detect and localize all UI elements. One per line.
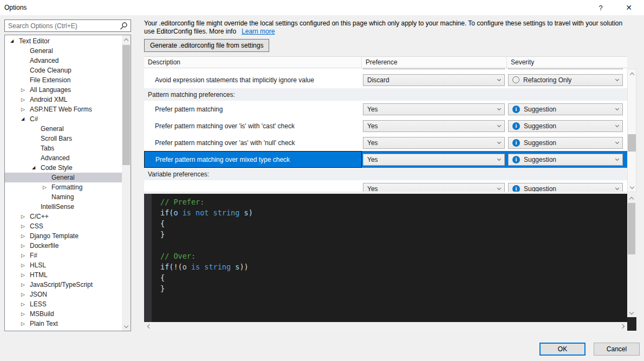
- generate-editorconfig-button[interactable]: Generate .editorconfig file from setting…: [144, 39, 269, 52]
- learn-more-link[interactable]: Learn more: [242, 28, 275, 35]
- sidebar-item-naming[interactable]: Naming: [5, 192, 122, 202]
- preference-dropdown[interactable]: [363, 68, 505, 69]
- severity-dropdown[interactable]: iSuggestion: [508, 103, 623, 115]
- dropdown-value: Yes: [367, 156, 498, 163]
- preference-dropdown[interactable]: Yes: [363, 120, 505, 132]
- preference-dropdown[interactable]: Yes: [363, 103, 505, 115]
- sidebar-item-general[interactable]: General: [5, 173, 122, 182]
- tree-scrollbar[interactable]: [122, 35, 131, 331]
- table-row-prefer-pattern-matching-over-as-with-null-check[interactable]: Prefer pattern matching over 'as' with '…: [144, 134, 627, 151]
- collapsed-arrow-icon[interactable]: ▷: [21, 270, 30, 280]
- code-vertical-scrollbar[interactable]: [627, 194, 636, 317]
- sidebar-item-css[interactable]: ▷CSS: [5, 221, 122, 231]
- collapsed-arrow-icon[interactable]: ▷: [21, 221, 30, 231]
- scroll-up-icon[interactable]: [628, 69, 636, 78]
- search-input[interactable]: [5, 20, 118, 31]
- preference-dropdown[interactable]: [508, 68, 623, 69]
- collapsed-arrow-icon[interactable]: ▷: [21, 280, 30, 290]
- severity-dropdown[interactable]: iSuggestion: [508, 154, 623, 166]
- collapsed-arrow-icon[interactable]: ▷: [21, 290, 30, 299]
- table-scrollbar[interactable]: [627, 69, 636, 192]
- sidebar-item-dockerfile[interactable]: ▷Dockerfile: [5, 241, 122, 251]
- scroll-up-icon[interactable]: [122, 35, 131, 44]
- table-row-prefer-pattern-matching[interactable]: Prefer pattern matchingYesiSuggestion: [144, 101, 627, 117]
- setting-description: [144, 180, 362, 192]
- severity-dropdown[interactable]: iSuggestion: [508, 137, 623, 149]
- table-row-prefer-pattern-matching-over-mixed-type-check[interactable]: Prefer pattern matching over mixed type …: [144, 151, 627, 168]
- chevron-down-icon: [615, 77, 619, 81]
- code-horizontal-scrollbar[interactable]: [144, 322, 627, 331]
- sidebar-item-c-c[interactable]: ▷C/C++: [5, 212, 122, 221]
- cancel-button[interactable]: Cancel: [594, 343, 640, 356]
- preference-dropdown[interactable]: Yes: [363, 183, 505, 192]
- sidebar-item-tabs[interactable]: Tabs: [5, 143, 122, 153]
- collapsed-arrow-icon[interactable]: ▷: [21, 104, 30, 114]
- sidebar-item-scroll-bars[interactable]: Scroll Bars: [5, 134, 122, 143]
- chevron-down-icon: [615, 123, 619, 127]
- sidebar-item-html[interactable]: ▷HTML: [5, 270, 122, 280]
- collapsed-arrow-icon[interactable]: ▷: [21, 329, 30, 331]
- sidebar-item-general[interactable]: General: [5, 46, 122, 56]
- severity-dropdown[interactable]: Refactoring Only: [508, 74, 623, 86]
- sidebar-item-code-cleanup[interactable]: Code Cleanup: [5, 65, 122, 75]
- sidebar-item-file-extension[interactable]: File Extension: [5, 75, 122, 85]
- scroll-down-icon[interactable]: [628, 183, 636, 192]
- table-row-prefer-pattern-matching-over-is-with-cast-check[interactable]: Prefer pattern matching over 'is' with '…: [144, 117, 627, 134]
- tree-scrollbar-thumb[interactable]: [122, 45, 130, 165]
- sidebar-item-f[interactable]: ▷F#: [5, 251, 122, 260]
- sidebar-item-django-template[interactable]: ▷Django Template: [5, 231, 122, 241]
- scroll-down-icon[interactable]: [122, 322, 131, 331]
- collapsed-arrow-icon[interactable]: ▷: [21, 319, 30, 329]
- sidebar-item-hlsl[interactable]: ▷HLSL: [5, 260, 122, 270]
- sidebar-item-code-style[interactable]: ◢Code Style: [5, 163, 122, 173]
- sidebar-item-c[interactable]: ◢C#: [5, 114, 122, 124]
- collapsed-arrow-icon[interactable]: ▷: [21, 95, 30, 104]
- sidebar-item-asp-net-web-forms[interactable]: ▷ASP.NET Web Forms: [5, 104, 122, 114]
- sidebar-item-python[interactable]: ▷Python: [5, 329, 122, 331]
- collapsed-arrow-icon[interactable]: ▷: [21, 299, 30, 309]
- expanded-arrow-icon[interactable]: ◢: [21, 114, 30, 124]
- collapsed-arrow-icon[interactable]: ▷: [21, 85, 30, 95]
- table-row-avoid-expression-statements-that-implicitly-ignore-value[interactable]: Avoid expression statements that implici…: [144, 71, 627, 88]
- collapsed-arrow-icon[interactable]: ▷: [21, 260, 30, 270]
- sidebar-item-formatting[interactable]: ▷Formatting: [5, 182, 122, 192]
- preference-dropdown[interactable]: Yes: [363, 137, 505, 149]
- collapsed-arrow-icon[interactable]: ▷: [21, 212, 30, 221]
- sidebar-item-less[interactable]: ▷LESS: [5, 299, 122, 309]
- preference-dropdown[interactable]: Yes: [363, 154, 505, 166]
- sidebar-item-general[interactable]: General: [5, 124, 122, 134]
- code-scrollbar-thumb[interactable]: [628, 203, 635, 254]
- table-scrollbar-thumb[interactable]: [628, 134, 636, 152]
- scroll-left-icon[interactable]: [144, 322, 153, 331]
- preference-dropdown[interactable]: Discard: [363, 74, 505, 86]
- expanded-arrow-icon[interactable]: ◢: [10, 36, 19, 46]
- severity-dropdown[interactable]: iSuggestion: [508, 120, 623, 132]
- sidebar-item-text-editor[interactable]: ◢Text Editor: [5, 36, 122, 46]
- sidebar-item-advanced[interactable]: Advanced: [5, 153, 122, 163]
- help-icon[interactable]: ?: [590, 0, 612, 15]
- sidebar-item-plain-text[interactable]: ▷Plain Text: [5, 319, 122, 329]
- severity-dropdown[interactable]: iSuggestion: [508, 183, 623, 192]
- sidebar-item-advanced[interactable]: Advanced: [5, 56, 122, 65]
- collapsed-arrow-icon[interactable]: ▷: [21, 241, 30, 251]
- ok-button[interactable]: OK: [539, 343, 586, 356]
- sidebar-item-label: Formatting: [51, 182, 82, 192]
- sidebar-item-all-languages[interactable]: ▷All Languages: [5, 85, 122, 95]
- scroll-up-icon[interactable]: [627, 194, 636, 202]
- scroll-right-icon[interactable]: [619, 322, 627, 331]
- close-icon[interactable]: ✕: [618, 0, 640, 15]
- sidebar-item-javascript-typescript[interactable]: ▷JavaScript/TypeScript: [5, 280, 122, 290]
- table-row[interactable]: YesiSuggestion: [144, 180, 627, 192]
- sidebar-item-json[interactable]: ▷JSON: [5, 290, 122, 299]
- sidebar-item-msbuild[interactable]: ▷MSBuild: [5, 309, 122, 319]
- dropdown-value: Suggestion: [524, 122, 616, 130]
- search-icon[interactable]: [120, 22, 128, 30]
- collapsed-arrow-icon[interactable]: ▷: [21, 309, 30, 319]
- collapsed-arrow-icon[interactable]: ▷: [43, 182, 51, 192]
- scroll-down-icon[interactable]: [627, 309, 636, 317]
- expanded-arrow-icon[interactable]: ◢: [32, 163, 41, 173]
- sidebar-item-intellisense[interactable]: IntelliSense: [5, 202, 122, 212]
- collapsed-arrow-icon[interactable]: ▷: [21, 231, 30, 241]
- collapsed-arrow-icon[interactable]: ▷: [21, 251, 30, 260]
- sidebar-item-android-xml[interactable]: ▷Android XML: [5, 95, 122, 104]
